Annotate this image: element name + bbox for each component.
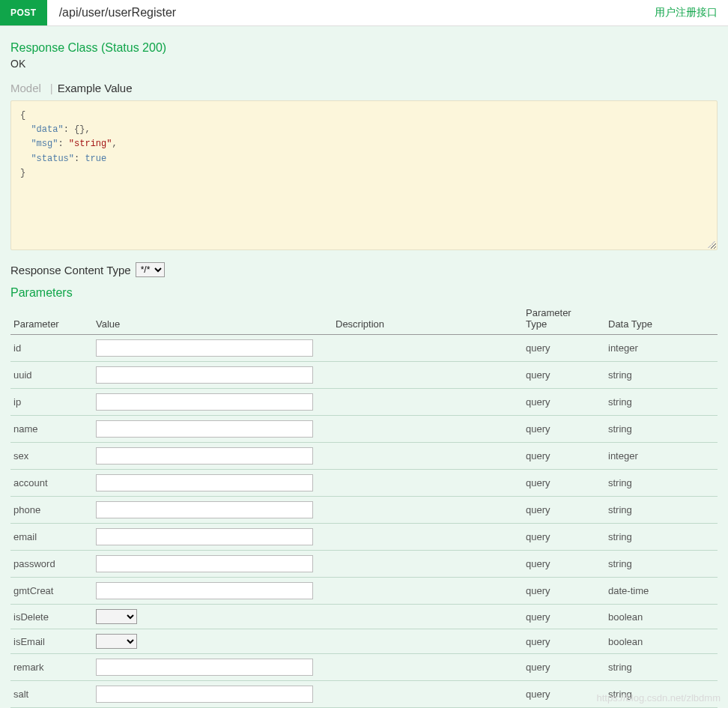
param-account-input[interactable] [96, 474, 313, 491]
param-email-input[interactable] [96, 528, 313, 545]
param-data-type: boolean [605, 629, 718, 654]
param-value-cell [93, 470, 333, 497]
param-name-input[interactable] [96, 420, 313, 438]
table-row: sexqueryinteger [10, 443, 718, 470]
param-type: query [523, 335, 605, 362]
param-value-cell [93, 497, 333, 524]
table-row: phonequerystring [10, 497, 718, 524]
param-data-type: date-time [605, 578, 718, 605]
param-id-input[interactable] [96, 339, 313, 357]
param-type: query [523, 578, 605, 605]
param-type: query [523, 629, 605, 654]
table-row: namequerystring [10, 416, 718, 443]
param-data-type: boolean [605, 605, 718, 629]
param-data-type: string [605, 654, 718, 681]
param-description [333, 335, 523, 362]
table-row: ipquerystring [10, 389, 718, 416]
table-row: gmtCreatquerydate-time [10, 578, 718, 605]
param-description [333, 416, 523, 443]
param-data-type: string [605, 389, 718, 416]
param-name: sex [10, 443, 93, 470]
param-type: query [523, 551, 605, 578]
param-isDelete-select[interactable] [96, 609, 137, 624]
endpoint-path: /api/user/userRegister [47, 0, 644, 25]
param-gmtCreat-input[interactable] [96, 582, 313, 599]
table-row: saltquerystring [10, 681, 718, 708]
param-data-type: string [605, 497, 718, 524]
param-data-type: integer [605, 335, 718, 362]
param-description [333, 681, 523, 708]
param-data-type: string [605, 551, 718, 578]
param-type: query [523, 524, 605, 551]
param-value-cell [93, 681, 333, 708]
table-row: isDeletequeryboolean [10, 605, 718, 629]
param-name: salt [10, 681, 93, 708]
param-description [333, 443, 523, 470]
response-content-type-select[interactable]: */* [136, 262, 165, 277]
param-type: query [523, 443, 605, 470]
param-value-cell [93, 335, 333, 362]
tab-model[interactable]: Model [10, 80, 46, 96]
table-row: uuidquerystring [10, 362, 718, 389]
param-name: isEmail [10, 629, 93, 654]
param-type: query [523, 654, 605, 681]
param-description [333, 470, 523, 497]
param-value-cell [93, 654, 333, 681]
param-remark-input[interactable] [96, 659, 313, 676]
param-type: query [523, 497, 605, 524]
param-value-cell [93, 629, 333, 654]
col-parameter-type: ParameterType [523, 303, 605, 335]
response-content-type-label: Response Content Type [10, 264, 131, 276]
param-name: phone [10, 497, 93, 524]
param-name: isDelete [10, 605, 93, 629]
param-isEmail-select[interactable] [96, 634, 137, 649]
param-description [333, 629, 523, 654]
parameters-title: Parameters [10, 286, 718, 300]
param-type: query [523, 389, 605, 416]
param-description [333, 578, 523, 605]
param-name: password [10, 551, 93, 578]
param-description [333, 551, 523, 578]
param-data-type: string [605, 681, 718, 708]
response-example-code[interactable]: { "data": {}, "msg": "string", "status":… [10, 100, 718, 250]
param-type: query [523, 605, 605, 629]
parameters-table: Parameter Value Description ParameterTyp… [10, 303, 718, 708]
param-value-cell [93, 578, 333, 605]
param-name: account [10, 470, 93, 497]
tab-separator: | [46, 80, 58, 96]
table-row: idqueryinteger [10, 335, 718, 362]
param-name: email [10, 524, 93, 551]
param-description [333, 654, 523, 681]
param-name: uuid [10, 362, 93, 389]
param-data-type: string [605, 416, 718, 443]
param-phone-input[interactable] [96, 501, 313, 518]
col-data-type: Data Type [605, 303, 718, 335]
param-ip-input[interactable] [96, 393, 313, 411]
param-description [333, 524, 523, 551]
param-name: ip [10, 389, 93, 416]
param-value-cell [93, 362, 333, 389]
table-row: accountquerystring [10, 470, 718, 497]
response-content-type-row: Response Content Type */* [10, 262, 718, 277]
param-sex-input[interactable] [96, 447, 313, 465]
table-row: remarkquerystring [10, 654, 718, 681]
operation-body: Response Class (Status 200) OK Model | E… [0, 26, 728, 708]
param-uuid-input[interactable] [96, 366, 313, 384]
param-value-cell [93, 524, 333, 551]
endpoint-header[interactable]: POST /api/user/userRegister 用户注册接口 [0, 0, 728, 26]
param-type: query [523, 362, 605, 389]
param-name: gmtCreat [10, 578, 93, 605]
param-salt-input[interactable] [96, 686, 313, 703]
param-password-input[interactable] [96, 555, 313, 572]
col-parameter: Parameter [10, 303, 93, 335]
param-description [333, 605, 523, 629]
param-data-type: string [605, 470, 718, 497]
col-value: Value [93, 303, 333, 335]
param-data-type: integer [605, 443, 718, 470]
param-type: query [523, 470, 605, 497]
param-name: name [10, 416, 93, 443]
param-value-cell [93, 443, 333, 470]
tab-example-value[interactable]: Example Value [58, 80, 137, 96]
http-method-badge: POST [0, 0, 47, 25]
param-type: query [523, 416, 605, 443]
